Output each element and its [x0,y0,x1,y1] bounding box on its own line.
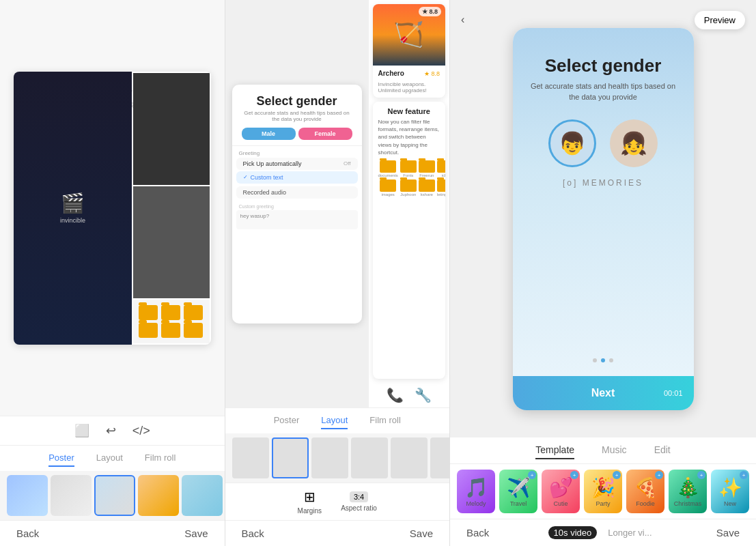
folder-mini-item: Freerun [419,160,435,177]
thumb-item[interactable] [138,475,179,516]
ms-gender-row: Male Female [242,128,352,140]
back-button-right[interactable]: Back [466,527,489,538]
left-preview-area: 细 碎 的 美 好 温 柔 の 美 し い 言 葉 を 集 め る 😊 👦 🎬 … [0,0,225,416]
folder-mini-item: kshare [419,179,435,197]
archero-tagline: Invincible weapons. Unlimited upgrades! [373,81,446,98]
folder-label: kshare [421,192,433,197]
ms-custom-greeting-label: Custom greeting [232,200,362,210]
middle-tab-bar: Poster Layout Film roll [225,407,450,433]
tab-filmroll-left[interactable]: Film roll [145,452,176,467]
layout-thumb[interactable] [391,437,428,478]
right-avatars-row: 👦 👧 [548,119,658,167]
tab-music[interactable]: Music [602,444,627,459]
thumb-item[interactable] [94,475,135,516]
thumb-item[interactable] [182,475,223,516]
right-avatar-female[interactable]: 👧 [610,119,658,167]
add-badge: + [740,471,748,479]
tab-edit[interactable]: Edit [654,444,671,459]
folder-icon-kshare [419,179,435,192]
tab-layout-middle[interactable]: Layout [321,415,348,429]
right-avatar-male[interactable]: 👦 [548,119,596,167]
code-icon[interactable]: </> [132,424,150,438]
ms-recorded-audio-option[interactable]: Recorded audio [236,186,358,199]
back-button-left[interactable]: Back [16,528,39,539]
layout-thumb[interactable] [430,437,450,478]
template-thumb-cutie[interactable]: 💕 + Cutie [542,470,580,513]
nf-title: New feature [378,107,440,115]
template-label-foodie: Foodie [636,500,655,507]
folder-mini-item: Juphoon [400,179,417,197]
template-thumb-new[interactable]: ✨ + New [711,470,749,513]
tab-filmroll-middle[interactable]: Film roll [369,415,401,429]
archero-title: Archero [378,70,404,77]
save-button-right[interactable]: Save [716,527,740,538]
ms-pick-up-label: Pick Up automatically [243,160,302,167]
template-thumb-christmas[interactable]: 🎄 + Christmas [669,470,707,513]
save-button-left[interactable]: Save [184,528,208,539]
check-icon: ✓ [243,174,248,180]
template-thumb-foodie[interactable]: 🍕 + Foodie [626,470,664,513]
middle-preview-area: Select gender Get accurate stats and hea… [225,0,450,407]
movie-poster-left: 🎬 invincible [14,159,132,296]
folder-mini-item: images [378,179,398,197]
tab-poster-middle[interactable]: Poster [274,415,300,429]
undo-icon[interactable]: ↩ [106,423,116,438]
right-bottom-actions: Back 10s video Longer vi... Save [450,519,756,546]
tab-template[interactable]: Template [535,444,574,459]
template-label-cutie: Cutie [553,500,568,507]
ms-custom-text-option[interactable]: ✓ Custom text [236,171,358,184]
layout-thumb[interactable] [351,437,388,478]
next-bar[interactable]: Next 00:01 [513,376,694,410]
add-badge: + [613,471,621,479]
video-tab-longer[interactable]: Longer vi... [602,526,657,539]
filter-icon: 🔧 [415,387,432,403]
ms-pick-up-row[interactable]: Pick Up automatically Off [236,158,358,170]
folder-label: images [382,192,395,197]
template-label-melody: Melody [466,500,486,507]
panel-right: Preview ‹ Select gender Get accurate sta… [450,0,756,546]
dot-2 [601,358,605,362]
video-tab-10s[interactable]: 10s video [548,526,598,539]
ms-gender-female-btn[interactable]: Female [298,128,352,140]
nf-desc: Now you can filter file formats, rearran… [378,118,440,156]
add-badge: + [570,471,578,479]
archero-info: Archero ★ 8.8 [373,66,446,81]
folder-icon-fonts [400,160,417,173]
folder-icon-juphoon [400,179,417,192]
archero-rating: ★ 8.8 [424,70,440,77]
layout-thumb-selected[interactable] [272,437,309,478]
rect-icon[interactable]: ⬜ [74,423,89,438]
save-button-middle[interactable]: Save [410,528,433,539]
template-thumb-party[interactable]: 🎉 + Party [584,470,622,513]
thumb-item[interactable] [7,475,48,516]
ms-pick-up-value: Off [344,160,351,167]
folder-icon-letingsdk [437,179,445,192]
tab-layout-left[interactable]: Layout [96,452,123,467]
preview-button[interactable]: Preview [695,11,745,29]
back-button-middle[interactable]: Back [242,528,264,539]
layout-thumb[interactable] [311,437,348,478]
memories-logo: [o] MEMORIES [563,178,643,188]
template-thumb-travel[interactable]: ✈️ + Travel [499,470,537,513]
tool-icons-row: ⊞ Margins 3:4 Aspect ratio [225,483,450,520]
folder-icon-images [380,179,396,192]
left-bottom-actions: Back Save [0,520,225,546]
ms-gender-male-btn[interactable]: Male [242,128,296,140]
tab-poster-left[interactable]: Poster [48,452,74,467]
folder-mini-item: icba [437,160,445,177]
left-app-preview: 细 碎 的 美 好 温 柔 の 美 し い 言 葉 を 集 め る 😊 👦 🎬 … [14,72,211,345]
folder-mini-item: documents [378,160,398,177]
folder-icon-documents [380,160,396,173]
ms-greeting-input[interactable]: hey wasup? [236,210,358,229]
new-feature-card: New feature Now you can filter file form… [373,102,446,379]
ms-greeting-label: Greeting [232,146,362,158]
right-back-arrow[interactable]: ‹ [461,14,464,26]
margins-tool[interactable]: ⊞ Margins [298,489,322,515]
next-label: Next [591,387,615,399]
archero-card: 🏹 ★ 8.8 Archero ★ 8.8 Invincible weapons… [373,4,446,98]
template-thumb-melody[interactable]: 🎵 Melody [457,470,495,513]
aspect-ratio-tool[interactable]: 3:4 Aspect ratio [341,491,377,512]
ms-title: Select gender [242,94,352,109]
layout-thumb[interactable] [232,437,269,478]
thumb-item[interactable] [51,475,92,516]
